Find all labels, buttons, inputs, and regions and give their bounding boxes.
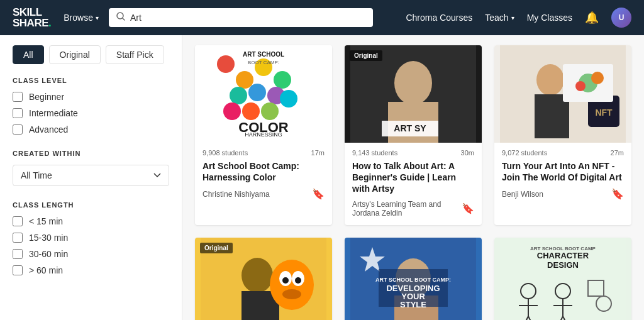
svg-text:CHARACTER: CHARACTER — [537, 251, 589, 260]
gt60-label: > 60 min — [29, 265, 63, 275]
search-bar — [109, 8, 373, 27]
svg-point-8 — [248, 84, 266, 101]
30to60-label: 30-60 min — [29, 249, 68, 259]
notifications-icon[interactable]: 🔔 — [585, 11, 599, 25]
course-thumbnail-2: Original ART SY — [345, 45, 482, 143]
bookmark-button-2[interactable]: 🔖 — [462, 202, 474, 214]
logo: SKILL SHARE. — [13, 7, 51, 28]
checkbox-intermediate[interactable]: Intermediate — [13, 108, 169, 118]
filter-tabs: All Original Staff Pick — [13, 45, 169, 64]
class-level-title: CLASS LEVEL — [13, 77, 169, 84]
chroma-courses-link[interactable]: Chroma Courses — [406, 13, 472, 23]
beginner-checkbox[interactable] — [13, 92, 23, 102]
intermediate-label: Intermediate — [29, 108, 78, 118]
course-thumbnail-6: ART SCHOOL BOOT CAMP CHARACTER DESIGN — [494, 238, 631, 320]
svg-text:BOOT CAMP:: BOOT CAMP: — [248, 60, 279, 65]
course-meta-1: 9,908 students 17m — [203, 149, 325, 157]
course-thumbnail-4: Original SKILLSHARE — [195, 238, 332, 320]
created-within-title: CREATED WITHIN — [13, 150, 169, 157]
svg-point-42 — [282, 289, 301, 299]
my-classes-link[interactable]: My Classes — [527, 13, 572, 23]
svg-text:ART SCHOOL: ART SCHOOL — [243, 51, 284, 58]
course-title-1: Art School Boot Camp: Harnessing Color — [203, 160, 325, 183]
chevron-down-icon: ▾ — [96, 14, 99, 21]
advanced-checkbox[interactable] — [13, 124, 23, 135]
main-content: All Original Staff Pick CLASS LEVEL Begi… — [0, 35, 644, 320]
teach-label: Teach — [485, 13, 508, 23]
intermediate-checkbox[interactable] — [13, 108, 23, 118]
course-thumbnail-5: ART SCHOOL BOOT CAMP: DEVELOPING YOUR ST… — [345, 238, 482, 320]
svg-point-26 — [536, 64, 564, 96]
bookmark-button-3[interactable]: 🔖 — [611, 188, 624, 200]
tab-original[interactable]: Original — [49, 45, 101, 64]
checkbox-beginner[interactable]: Beginner — [13, 92, 169, 102]
logo-top: SKILL — [13, 7, 51, 18]
course-author-3: Benji Wilson — [502, 190, 543, 199]
advanced-label: Advanced — [29, 124, 68, 135]
avatar[interactable]: U — [611, 8, 631, 28]
browse-label: Browse — [64, 13, 93, 23]
course-students-1: 9,908 students — [203, 149, 248, 157]
course-card-1[interactable]: ART SCHOOL BOOT CAMP: HARNESSING COLOR 9… — [195, 45, 332, 225]
class-level-section: CLASS LEVEL Beginner Intermediate Advanc… — [13, 77, 169, 135]
svg-point-12 — [261, 102, 279, 120]
course-card-2[interactable]: Original ART SY 9,143 students — [345, 45, 482, 225]
svg-line-1 — [123, 18, 125, 20]
course-students-3: 9,072 students — [502, 149, 547, 157]
course-footer-3: Benji Wilson 🔖 — [502, 188, 624, 200]
teach-chevron-icon: ▾ — [511, 14, 514, 21]
course-card-4[interactable]: Original SKILLSHARE — [195, 238, 332, 320]
15to30-label: 15-30 min — [29, 233, 68, 243]
svg-text:COLOR: COLOR — [238, 119, 289, 135]
teach-link[interactable]: Teach ▾ — [485, 13, 514, 23]
sidebar: All Original Staff Pick CLASS LEVEL Begi… — [0, 35, 182, 320]
svg-point-32 — [591, 72, 604, 84]
course-title-2: How to Talk About Art: A Beginner's Guid… — [352, 160, 474, 195]
gt60-checkbox[interactable] — [13, 265, 23, 275]
header: SKILL SHARE. Browse ▾ Chroma Courses Tea… — [0, 0, 644, 35]
tab-all[interactable]: All — [13, 45, 44, 64]
course-thumbnail-1: ART SCHOOL BOOT CAMP: HARNESSING COLOR — [195, 45, 332, 143]
course-duration-1: 17m — [311, 149, 325, 157]
lt15-label: < 15 min — [29, 216, 63, 226]
30to60-checkbox[interactable] — [13, 249, 23, 259]
checkbox-15to30[interactable]: 15-30 min — [13, 233, 169, 243]
tab-staff-pick[interactable]: Staff Pick — [106, 45, 164, 64]
15to30-checkbox[interactable] — [13, 233, 23, 243]
checkbox-gt60[interactable]: > 60 min — [13, 265, 169, 275]
course-card-3[interactable]: NFT 9,072 students 27m Turn Your Art Int… — [494, 45, 631, 225]
svg-point-35 — [242, 258, 273, 293]
course-card-6[interactable]: ART SCHOOL BOOT CAMP CHARACTER DESIGN — [494, 238, 631, 320]
course-footer-1: Christine Nishiyama 🔖 — [203, 188, 325, 200]
svg-point-37 — [270, 260, 314, 310]
header-nav: Chroma Courses Teach ▾ My Classes 🔔 U — [406, 8, 631, 28]
course-duration-3: 27m — [611, 149, 624, 157]
original-badge-2: Original — [350, 50, 382, 61]
course-thumbnail-3: NFT — [494, 45, 631, 143]
checkbox-lt15[interactable]: < 15 min — [13, 216, 169, 226]
checkbox-advanced[interactable]: Advanced — [13, 124, 169, 135]
svg-text:STYLE: STYLE — [400, 300, 426, 309]
search-input[interactable] — [130, 13, 365, 23]
bookmark-button-1[interactable]: 🔖 — [312, 188, 325, 200]
svg-point-33 — [575, 81, 586, 91]
lt15-checkbox[interactable] — [13, 216, 23, 226]
course-card-5[interactable]: ART SCHOOL BOOT CAMP: DEVELOPING YOUR ST… — [345, 238, 482, 320]
browse-button[interactable]: Browse ▾ — [64, 13, 99, 23]
course-students-2: 9,143 students — [352, 149, 397, 157]
course-author-1: Christine Nishiyama — [203, 190, 270, 199]
course-duration-2: 30m — [461, 149, 474, 157]
svg-point-11 — [242, 102, 260, 120]
search-icon — [116, 12, 125, 23]
svg-rect-14 — [201, 45, 326, 70]
svg-point-7 — [230, 87, 247, 104]
svg-point-6 — [274, 71, 291, 89]
checkbox-30to60[interactable]: 30-60 min — [13, 249, 169, 259]
course-meta-3: 9,072 students 27m — [502, 149, 624, 157]
course-info-3: 9,072 students 27m Turn Your Art Into An… — [494, 143, 631, 207]
svg-point-10 — [223, 102, 241, 120]
created-within-select[interactable]: All Time Last Week Last Month Last Year — [13, 165, 169, 186]
beginner-label: Beginner — [29, 92, 64, 102]
course-info-1: 9,908 students 17m Art School Boot Camp:… — [195, 143, 332, 207]
svg-text:NFT: NFT — [595, 108, 613, 118]
